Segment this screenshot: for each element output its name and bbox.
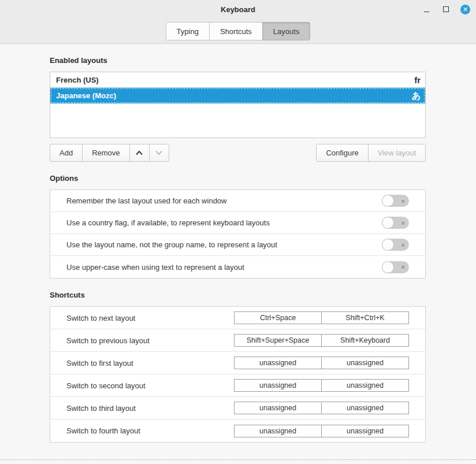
configure-button[interactable]: Configure — [316, 144, 368, 162]
layout-name-toggle[interactable]: × — [382, 239, 409, 251]
tab-group: Typing Shortcuts Layouts — [166, 22, 311, 40]
tab-typing[interactable]: Typing — [166, 22, 210, 40]
tab-shortcuts[interactable]: Shortcuts — [209, 22, 263, 40]
keybinding-button-1[interactable]: unassigned — [234, 425, 322, 437]
toggle-knob — [382, 217, 394, 229]
layout-name: Japanese (Mozc) — [56, 91, 116, 100]
minimize-button[interactable] — [421, 4, 432, 14]
shortcut-label: Switch to previous layout — [66, 336, 234, 345]
layout-list-toolbar: Add Remove Configure — [50, 144, 426, 162]
window-title: Keyboard — [221, 5, 255, 14]
chevron-up-icon — [135, 150, 143, 155]
layouts-page: Enabled layouts French (US) fr Japanese … — [0, 56, 476, 443]
keybinding-pair: unassigned unassigned — [234, 357, 409, 369]
keybinding-button-2[interactable]: Shift+Keyboard — [321, 334, 409, 347]
shortcut-label: Switch to next layout — [66, 314, 234, 322]
option-row-remember-last-layout: Remember the last layout used for each w… — [50, 190, 425, 212]
option-row-country-flag: Use a country flag, if available, to rep… — [50, 212, 425, 234]
layout-name: French (US) — [56, 76, 99, 84]
option-row-layout-name: Use the layout name, not the group name,… — [50, 234, 425, 256]
keybinding-button-1[interactable]: Ctrl+Space — [234, 311, 322, 324]
window-controls: ✕ — [421, 0, 470, 18]
shortcuts-list: Switch to next layout Ctrl+Space Shift+C… — [50, 306, 426, 443]
shortcut-row-next-layout: Switch to next layout Ctrl+Space Shift+C… — [50, 307, 425, 329]
upper-case-toggle[interactable]: × — [382, 261, 409, 273]
chevron-down-icon — [155, 150, 163, 155]
option-row-upper-case: Use upper-case when using text to repres… — [50, 256, 425, 278]
keybinding-pair: unassigned unassigned — [234, 402, 409, 414]
keybinding-button-2[interactable]: unassigned — [321, 379, 409, 392]
move-layout-down-button[interactable] — [149, 144, 169, 162]
toggle-off-icon: × — [401, 220, 405, 226]
country-flag-toggle[interactable]: × — [382, 217, 409, 229]
move-layout-up-button[interactable] — [129, 144, 150, 162]
toggle-knob — [382, 261, 394, 273]
tab-layouts-label: Layouts — [273, 27, 300, 36]
keybinding-button-1[interactable]: unassigned — [234, 357, 322, 369]
keybinding-button-1[interactable]: unassigned — [234, 379, 322, 392]
remove-layout-button[interactable]: Remove — [82, 144, 129, 162]
shortcut-row-first-layout: Switch to first layout unassigned unassi… — [50, 352, 425, 374]
keybinding-pair: unassigned unassigned — [234, 425, 409, 437]
enabled-layouts-heading: Enabled layouts — [50, 56, 426, 65]
shortcut-row-fourth-layout: Switch to fourth layout unassigned unass… — [50, 420, 425, 442]
toggle-off-icon: × — [401, 264, 405, 270]
shortcut-label: Switch to first layout — [66, 359, 234, 368]
remove-layout-label: Remove — [92, 149, 120, 157]
keybinding-button-1[interactable]: Shift+Super+Space — [234, 334, 322, 347]
keybinding-pair: unassigned unassigned — [234, 379, 409, 392]
maximize-button[interactable] — [441, 4, 451, 14]
configure-label: Configure — [326, 149, 358, 157]
maximize-icon — [443, 6, 449, 12]
shortcut-label: Switch to second layout — [66, 381, 234, 390]
shortcut-row-second-layout: Switch to second layout unassigned unass… — [50, 374, 425, 397]
layout-indicator-fr: fr — [414, 76, 421, 84]
tab-bar: Typing Shortcuts Layouts — [0, 18, 476, 44]
enabled-layouts-list: French (US) fr Japanese (Mozc) あ — [50, 72, 426, 138]
keybinding-pair: Shift+Super+Space Shift+Keyboard — [234, 334, 409, 347]
keybinding-button-2[interactable]: unassigned — [321, 402, 409, 414]
shortcut-label: Switch to third layout — [66, 404, 234, 413]
close-button[interactable]: ✕ — [460, 5, 470, 14]
option-label: Use a country flag, if available, to rep… — [66, 218, 270, 227]
titlebar[interactable]: Keyboard ✕ — [0, 0, 476, 18]
tab-typing-label: Typing — [177, 27, 199, 36]
view-layout-button[interactable]: View layout — [368, 144, 426, 162]
shortcut-row-third-layout: Switch to third layout unassigned unassi… — [50, 397, 425, 420]
tab-shortcuts-label: Shortcuts — [220, 27, 252, 36]
layout-row-french[interactable]: French (US) fr — [50, 72, 425, 88]
tab-layouts[interactable]: Layouts — [262, 22, 311, 40]
options-list: Remember the last layout used for each w… — [50, 190, 426, 279]
layout-indicator-ja: あ — [412, 91, 421, 100]
option-label: Use the layout name, not the group name,… — [66, 240, 277, 249]
keybinding-button-1[interactable]: unassigned — [234, 402, 322, 414]
layout-action-buttons: Configure View layout — [316, 144, 426, 162]
option-label: Use upper-case when using text to repres… — [66, 263, 244, 272]
remember-last-layout-toggle[interactable]: × — [382, 195, 409, 207]
layout-edit-buttons: Add Remove — [50, 144, 169, 162]
keybinding-button-2[interactable]: unassigned — [321, 425, 409, 437]
layout-row-japanese[interactable]: Japanese (Mozc) あ — [50, 88, 425, 103]
window-header: Keyboard ✕ Typing Shortcuts — [0, 0, 476, 44]
keybinding-button-2[interactable]: unassigned — [321, 357, 409, 369]
toggle-off-icon: × — [401, 242, 405, 248]
options-heading: Options — [50, 174, 426, 183]
minimize-icon — [424, 12, 429, 12]
window-resize-edge[interactable] — [0, 459, 476, 460]
close-icon: ✕ — [463, 6, 468, 12]
add-layout-button[interactable]: Add — [50, 144, 83, 162]
shortcut-label: Switch to fourth layout — [66, 426, 234, 435]
toggle-off-icon: × — [401, 198, 405, 204]
view-layout-label: View layout — [378, 149, 416, 157]
add-layout-label: Add — [60, 149, 73, 157]
keybinding-pair: Ctrl+Space Shift+Ctrl+K — [234, 311, 409, 324]
toggle-knob — [382, 195, 394, 207]
toggle-knob — [382, 239, 394, 251]
shortcuts-heading: Shortcuts — [50, 291, 426, 299]
keybinding-button-2[interactable]: Shift+Ctrl+K — [321, 311, 409, 324]
keyboard-settings-window: Keyboard ✕ Typing Shortcuts — [0, 0, 476, 464]
option-label: Remember the last layout used for each w… — [66, 196, 226, 205]
shortcut-row-previous-layout: Switch to previous layout Shift+Super+Sp… — [50, 329, 425, 352]
